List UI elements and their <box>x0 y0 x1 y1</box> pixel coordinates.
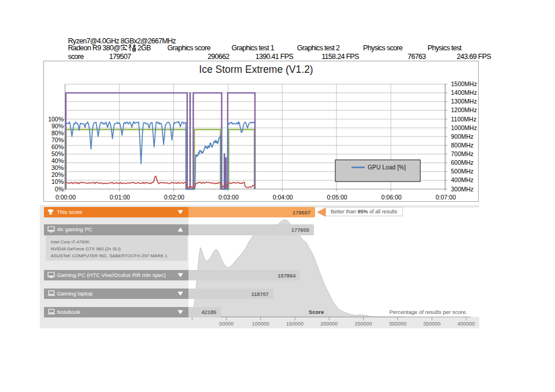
svg-text:GPU Load [%]: GPU Load [%] <box>368 164 406 170</box>
